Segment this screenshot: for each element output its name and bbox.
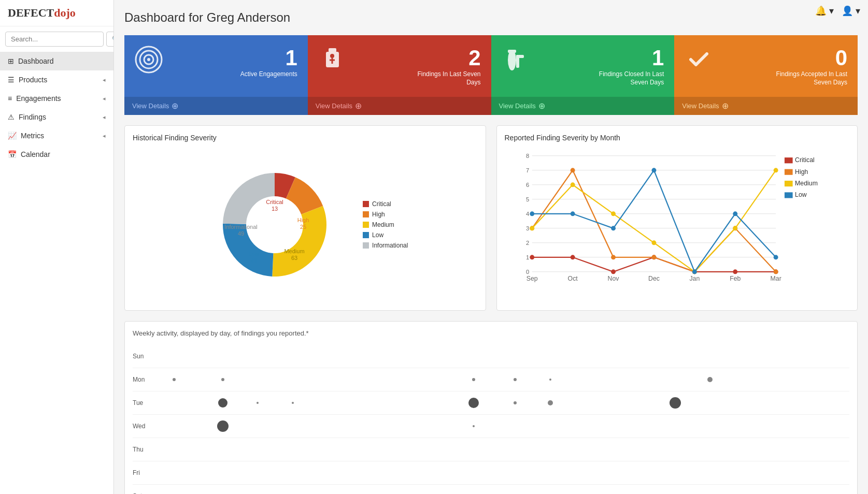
svg-text:Medium: Medium <box>284 248 305 254</box>
data-point-critical-2 <box>611 270 616 274</box>
svg-rect-12 <box>516 55 524 58</box>
data-point-medium-5 <box>733 226 737 231</box>
data-point-medium-3 <box>651 241 656 245</box>
sidebar-link-findings[interactable]: ⚠ Findings ◂ <box>0 108 113 126</box>
sidebar-item-engagements[interactable]: ≡ Engagements ◂ <box>0 89 113 108</box>
sidebar-item-findings[interactable]: ⚠ Findings ◂ <box>0 108 113 126</box>
sidebar-link-calendar[interactable]: 📅 Calendar <box>0 145 113 164</box>
sidebar-item-products[interactable]: ☰ Products ◂ <box>0 70 113 89</box>
y-label: 8 <box>525 153 529 159</box>
findings-closed-view-details[interactable]: View Details ⊕ <box>499 101 667 111</box>
data-point-low-0 <box>530 212 534 216</box>
day-label-wed: Wed <box>133 423 153 430</box>
data-point-medium-1 <box>570 183 575 187</box>
findings-accepted-view-details[interactable]: View Details ⊕ <box>682 101 850 111</box>
activity-row-tue: Tue <box>133 391 849 415</box>
svg-text:63: 63 <box>291 255 297 261</box>
search-button[interactable]: 🔍 <box>106 32 114 47</box>
sidebar-item-dashboard[interactable]: ⊞ Dashboard <box>0 52 113 70</box>
legend-dot-informational <box>363 242 369 249</box>
activity-dot <box>217 420 229 432</box>
x-label-sep: Sep <box>526 275 537 282</box>
sidebar-label-metrics: Metrics <box>21 132 44 140</box>
sidebar-label-calendar: Calendar <box>21 150 50 158</box>
legend-dot-critical <box>363 201 369 207</box>
findings-accepted-label: Findings Accepted In Last Seven Days <box>770 70 847 86</box>
legend-dot-medium <box>363 222 369 228</box>
svg-point-6 <box>330 54 334 58</box>
notification-bell[interactable]: 🔔 ▾ <box>815 5 834 17</box>
x-label-oct: Oct <box>567 275 578 282</box>
donut-segment-low <box>223 224 273 277</box>
findings-last-seven-view-details[interactable]: View Details ⊕ <box>316 101 483 111</box>
activity-dot <box>670 397 681 409</box>
legend-text-high: High <box>795 168 808 176</box>
x-label-nov: Nov <box>607 275 619 282</box>
sidebar-link-metrics[interactable]: 📈 Metrics ◂ <box>0 126 113 145</box>
sidebar-link-products[interactable]: ☰ Products ◂ <box>0 70 113 89</box>
logo-dojo: dojo <box>54 6 76 19</box>
activity-dot <box>257 402 259 404</box>
donut-svg: Critical 13 High 25 Medium 63 Low 49 Inf… <box>202 152 347 297</box>
svg-text:Informational: Informational <box>224 224 258 230</box>
sidebar-link-engagements[interactable]: ≡ Engagements ◂ <box>0 89 113 108</box>
sidebar: DEFECTdojo 🔍 ⊞ Dashboard ☰ Products ◂ ≡ … <box>0 0 114 494</box>
activity-dot <box>514 378 517 381</box>
logo: DEFECTdojo <box>0 0 113 26</box>
data-point-high-1 <box>570 168 575 173</box>
user-menu[interactable]: 👤 ▾ <box>842 5 860 17</box>
search-input[interactable] <box>5 32 104 47</box>
findings-last-seven-label: Findings In Last Seven Days <box>403 70 481 86</box>
metrics-icon: 📈 <box>8 132 17 140</box>
legend-label-high: High <box>372 211 385 218</box>
weekly-activity-panel: Weekly activity, displayed by day, of fi… <box>124 321 858 494</box>
y-label: 0 <box>525 269 529 275</box>
dashboard-icon: ⊞ <box>8 57 14 65</box>
findings-accepted-icon <box>685 46 713 76</box>
legend-text-low: Low <box>795 192 807 199</box>
calendar-icon: 📅 <box>8 150 17 158</box>
legend-swatch-critical <box>784 157 792 163</box>
findings-closed-icon <box>502 46 530 76</box>
y-label: 1 <box>525 254 529 260</box>
activity-grid: SunMonTueWedThuFriSat <box>133 345 849 494</box>
historical-chart-title: Historical Finding Severity <box>133 134 478 142</box>
sidebar-link-dashboard[interactable]: ⊞ Dashboard <box>0 52 113 70</box>
sidebar-item-calendar[interactable]: 📅 Calendar <box>0 145 113 164</box>
day-label-thu: Thu <box>133 446 153 453</box>
x-label-feb: Feb <box>730 275 741 282</box>
active-engagements-icon <box>135 46 163 76</box>
svg-text:Critical: Critical <box>266 199 283 205</box>
card-active-engagements: 1 Active Engagements View Details ⊕ <box>124 35 308 115</box>
x-label-jan: Jan <box>689 275 700 282</box>
logo-defect: DEFECT <box>8 6 54 19</box>
findings-closed-number: 1 <box>586 46 664 70</box>
activity-row-sat: Sat <box>133 485 849 494</box>
activity-dot <box>173 378 176 381</box>
legend-swatch-low <box>784 193 792 198</box>
legend-medium: Medium <box>363 221 408 228</box>
legend-label-medium: Medium <box>372 221 394 228</box>
card-findings-last-seven: 2 Findings In Last Seven Days View Detai… <box>308 35 491 115</box>
activity-dot <box>221 378 224 381</box>
day-label-tue: Tue <box>133 399 153 406</box>
donut-container: Critical 13 High 25 Medium 63 Low 49 Inf… <box>133 147 478 302</box>
data-point-low-6 <box>773 255 778 260</box>
legend-dot-high <box>363 211 369 217</box>
products-icon: ☰ <box>8 76 15 84</box>
dots-tue <box>153 391 849 415</box>
sidebar-label-products: Products <box>19 76 47 84</box>
main-content: 🔔 ▾ 👤 ▾ Dashboard for Greg Anderson 1 Ac… <box>114 0 868 494</box>
legend-dot-low <box>363 232 369 238</box>
x-label-mar: Mar <box>770 275 781 282</box>
data-point-high-2 <box>611 255 616 260</box>
findings-closed-label: Findings Closed In Last Seven Days <box>586 70 664 86</box>
historical-severity-chart: Historical Finding Severity Critical 13 <box>124 125 486 311</box>
activity-dot <box>473 425 475 427</box>
activity-dot <box>292 402 294 404</box>
active-engagements-view-details[interactable]: View Details ⊕ <box>132 101 300 111</box>
y-label: 3 <box>525 225 529 231</box>
data-point-medium-6 <box>773 168 778 173</box>
sidebar-item-metrics[interactable]: 📈 Metrics ◂ <box>0 126 113 145</box>
legend-text-critical: Critical <box>795 156 815 164</box>
